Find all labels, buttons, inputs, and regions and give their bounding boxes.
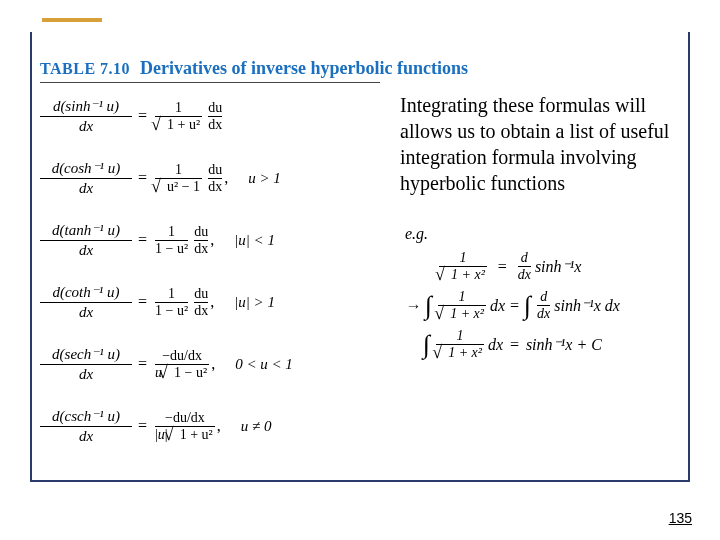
dx: dx [208,180,222,194]
table-header: TABLE 7.10 Derivatives of inverse hyperb… [40,58,468,79]
lhs-num: d(sinh⁻¹ u) [53,97,119,115]
rhs-den: u² − 1 [165,178,202,194]
integral-icon: ∫ [425,291,432,321]
rhs-num: −du/dx [165,411,205,425]
lhs-num: d(cosh⁻¹ u) [52,159,121,177]
eg-dx: dx [488,336,503,354]
lhs-num: d(coth⁻¹ u) [52,283,119,301]
du: du [208,101,222,115]
formula-list: d(sinh⁻¹ u)dx = 11 + u² dudx d(cosh⁻¹ u)… [40,90,395,462]
formula-row: d(coth⁻¹ u)dx = 11 − u² dudx , |u| > 1 [40,276,395,328]
eg-d: d [540,290,547,304]
eg-eq: = [509,336,520,354]
page-number: 135 [669,510,692,526]
equals: = [138,231,147,249]
lhs-den: dx [79,428,93,445]
accent-bar [42,18,102,22]
condition: u > 1 [248,170,281,187]
dx: dx [194,242,208,256]
formula-row: d(sech⁻¹ u)dx = −du/dxu1 − u² , 0 < u < … [40,338,395,390]
rhs-num: 1 [168,287,175,301]
rhs-den: 1 − u² [155,304,188,318]
integral-icon: ∫ [423,330,430,360]
eg-num: 1 [459,290,466,304]
rhs-num: 1 [168,225,175,239]
equals: = [138,107,147,125]
table-label: TABLE 7.10 [40,60,130,77]
eg-rhs: sinh⁻¹x + C [526,335,602,354]
example-block: e.g. 11 + x² = ddx sinh⁻¹x → ∫ 11 + x² d… [405,225,685,368]
integral-icon: ∫ [524,291,531,321]
eg-den: 1 + x² [446,344,484,360]
rhs-den: 1 + u² [178,426,215,442]
formula-row: d(tanh⁻¹ u)dx = 11 − u² dudx , |u| < 1 [40,214,395,266]
eg-d: d [521,251,528,265]
condition: |u| > 1 [234,294,275,311]
condition: u ≠ 0 [241,418,272,435]
lhs-den: dx [79,180,93,197]
dx: dx [208,118,222,132]
formula-row: d(sinh⁻¹ u)dx = 11 + u² dudx [40,90,395,142]
lhs-den: dx [79,304,93,321]
eg-den: 1 + x² [448,305,486,321]
eg-den: 1 + x² [449,266,487,282]
equals: = [138,293,147,311]
du: du [194,287,208,301]
dx: dx [194,304,208,318]
lhs-num: d(sech⁻¹ u) [52,345,120,363]
rhs-num: 1 [175,101,182,115]
eg-eq: = [509,297,520,315]
eg-num: 1 [457,329,464,343]
eg-rhs: sinh⁻¹x dx [554,296,620,315]
annotation-text: Integrating these formulas will allows u… [400,92,685,196]
eg-dx: dx [537,307,550,321]
du: du [208,163,222,177]
lhs-den: dx [79,366,93,383]
table-title: Derivatives of inverse hyperbolic functi… [140,58,468,78]
lhs-den: dx [79,118,93,135]
equals: = [138,169,147,187]
rhs-den: 1 − u² [172,364,209,380]
lhs-den: dx [79,242,93,259]
eg-eq: = [497,258,508,276]
lhs-num: d(csch⁻¹ u) [52,407,120,425]
comma: , [210,231,214,249]
comma: , [224,169,228,187]
condition: |u| < 1 [234,232,275,249]
rhs-num: −du/dx [162,349,202,363]
lhs-num: d(tanh⁻¹ u) [52,221,120,239]
rhs-den: 1 − u² [155,242,188,256]
rhs-num: 1 [175,163,182,177]
eg-dx: dx [490,297,505,315]
du: du [194,225,208,239]
equals: = [138,355,147,373]
example-label: e.g. [405,225,685,243]
condition: 0 < u < 1 [235,356,293,373]
formula-row: d(cosh⁻¹ u)dx = 1u² − 1 dudx , u > 1 [40,152,395,204]
comma: , [210,293,214,311]
arrow-icon: → [405,297,421,315]
formula-row: d(csch⁻¹ u)dx = −du/dx|u|1 + u² , u ≠ 0 [40,400,395,452]
header-rule [40,82,380,83]
eg-dx: dx [518,268,531,282]
eg-rhs: sinh⁻¹x [535,257,582,276]
equals: = [138,417,147,435]
comma: , [217,417,221,435]
comma: , [211,355,215,373]
eg-num: 1 [459,251,466,265]
rhs-den: 1 + u² [165,116,202,132]
